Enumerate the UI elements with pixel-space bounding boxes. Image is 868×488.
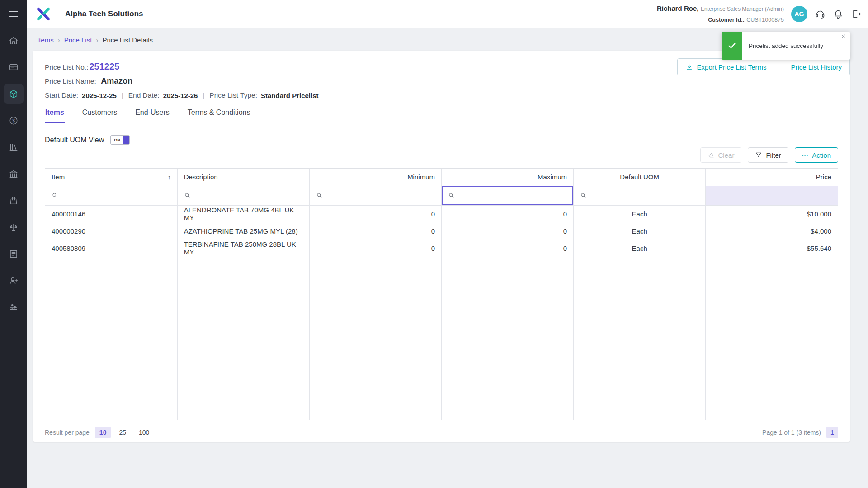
column-header-price[interactable]: Price: [706, 169, 838, 186]
price-list-no-value: 251225: [89, 61, 119, 72]
tab-terms-conditions[interactable]: Terms & Conditions: [187, 108, 251, 123]
package-icon: [9, 89, 19, 99]
price-list-history-button[interactable]: Price List History: [783, 58, 850, 75]
end-date-value: 2025-12-26: [163, 92, 198, 99]
sidebar-item-crm[interactable]: [4, 57, 24, 77]
toast-message: Pricelist added successfully: [742, 32, 850, 60]
price-filter-cell: [706, 186, 838, 205]
avatar[interactable]: AG: [791, 6, 807, 22]
sidebar-item-users[interactable]: [4, 271, 24, 291]
svg-text:$: $: [12, 118, 15, 123]
bag-icon: [9, 196, 19, 206]
sidebar-item-home[interactable]: [4, 31, 24, 51]
page-number-button[interactable]: 1: [826, 427, 838, 438]
menu-button[interactable]: [0, 0, 27, 28]
cell-item: 400580809: [45, 239, 177, 257]
table-row[interactable]: 400580809 TERBINAFINE TAB 250MG 28BL UK …: [45, 239, 838, 257]
table-row[interactable]: 400000146 ALENDRONATE TAB 70MG 4BL UK MY…: [45, 205, 838, 222]
tab-customers[interactable]: Customers: [82, 108, 118, 123]
sort-asc-icon[interactable]: ↑: [168, 174, 171, 181]
export-button-label: Export Price List Terms: [697, 63, 767, 71]
end-date-label: End Date:: [128, 91, 160, 99]
cell-default-uom: Each: [574, 222, 706, 239]
logout-button[interactable]: [851, 9, 862, 19]
sidebar: $: [0, 0, 27, 488]
page-info: Page 1 of 1 (3 items): [762, 429, 821, 436]
column-header-description[interactable]: Description: [177, 169, 309, 186]
column-header-item[interactable]: Item ↑: [45, 169, 177, 186]
topbar-right: Richard Roe, Enterprise Sales Manager (A…: [657, 3, 862, 24]
add-user-icon: [9, 276, 19, 286]
search-icon: [316, 192, 323, 199]
clear-button[interactable]: Clear: [700, 147, 742, 163]
cell-maximum: 0: [441, 239, 573, 257]
search-icon: [580, 192, 587, 199]
toggle-state-label: ON: [114, 138, 120, 142]
items-table: Item ↑ Description Minimum Maximum Defau…: [45, 168, 838, 420]
pricing-coin-icon: $: [9, 116, 19, 126]
default-uom-label: Default UOM View: [45, 136, 104, 144]
support-button[interactable]: [815, 9, 826, 19]
sidebar-item-invoices[interactable]: [4, 244, 24, 264]
column-header-maximum[interactable]: Maximum: [441, 169, 573, 186]
column-label: Maximum: [538, 173, 567, 181]
home-icon: [9, 36, 19, 46]
toast-success-panel: [722, 32, 742, 60]
cell-default-uom: Each: [574, 239, 706, 257]
description-filter-input[interactable]: [194, 192, 303, 199]
filter-button[interactable]: Filter: [748, 147, 788, 163]
cell-price: $10.000: [706, 205, 838, 222]
sidebar-item-pricing[interactable]: $: [4, 111, 24, 131]
minimum-filter-input[interactable]: [326, 192, 435, 199]
cell-minimum: 0: [309, 205, 441, 222]
per-page-option-10[interactable]: 10: [95, 427, 111, 438]
cell-minimum: 0: [309, 222, 441, 239]
default-uom-toggle[interactable]: ON: [110, 135, 130, 145]
history-button-label: Price List History: [791, 63, 842, 71]
company-name: Alpha Tech Solutions: [65, 9, 143, 19]
per-page-option-100[interactable]: 100: [134, 427, 154, 438]
price-list-type-label: Price List Type:: [209, 91, 257, 99]
settings-sliders-icon: [9, 302, 19, 312]
notifications-button[interactable]: [833, 9, 844, 19]
table-empty-space: [45, 257, 838, 420]
maximum-filter-input[interactable]: [458, 192, 567, 199]
success-toast: Pricelist added successfully ✕: [722, 32, 850, 60]
filter-funnel-icon: [755, 151, 762, 159]
action-button[interactable]: ••• Action: [795, 147, 838, 163]
breadcrumb-separator: ›: [58, 36, 60, 44]
result-per-page-label: Result per page: [45, 429, 90, 436]
tab-items[interactable]: Items: [45, 108, 65, 123]
table-toolbar: Clear Filter ••• Action: [45, 147, 838, 163]
cell-maximum: 0: [441, 222, 573, 239]
breadcrumb-separator: ›: [96, 36, 98, 44]
app-logo[interactable]: [35, 6, 52, 22]
price-list-name-value: Amazon: [101, 76, 132, 85]
sidebar-item-organization[interactable]: [4, 164, 24, 184]
breadcrumb-items[interactable]: Items: [37, 36, 54, 44]
sidebar-item-compliance[interactable]: [4, 217, 24, 237]
start-date-value: 2025-12-25: [82, 92, 117, 99]
per-page-option-25[interactable]: 25: [114, 427, 131, 438]
app-root: $: [0, 0, 868, 488]
main-area: Alpha Tech Solutions Richard Roe, Enterp…: [27, 0, 868, 488]
toast-close-button[interactable]: ✕: [841, 33, 846, 40]
sidebar-item-settings[interactable]: [4, 297, 24, 317]
filter-row: [45, 186, 838, 205]
column-header-minimum[interactable]: Minimum: [309, 169, 441, 186]
item-filter-input[interactable]: [61, 192, 171, 199]
sidebar-item-library[interactable]: [4, 137, 24, 157]
default-uom-filter-input[interactable]: [590, 192, 699, 199]
notifications-bell-icon: [833, 9, 844, 19]
column-header-default-uom[interactable]: Default UOM: [574, 169, 706, 186]
table-row[interactable]: 400000290 AZATHIOPRINE TAB 25MG MYL (28)…: [45, 222, 838, 239]
export-price-list-terms-button[interactable]: Export Price List Terms: [677, 58, 775, 75]
support-headset-icon: [815, 9, 826, 19]
breadcrumb-price-list[interactable]: Price List: [64, 36, 92, 44]
sidebar-item-products[interactable]: [4, 84, 24, 104]
toggle-knob: [123, 136, 129, 144]
user-role: Enterprise Sales Manager (Admin): [701, 6, 784, 12]
tab-end-users[interactable]: End-Users: [135, 108, 170, 123]
user-info: Richard Roe, Enterprise Sales Manager (A…: [657, 3, 784, 24]
sidebar-item-orders[interactable]: [4, 191, 24, 211]
